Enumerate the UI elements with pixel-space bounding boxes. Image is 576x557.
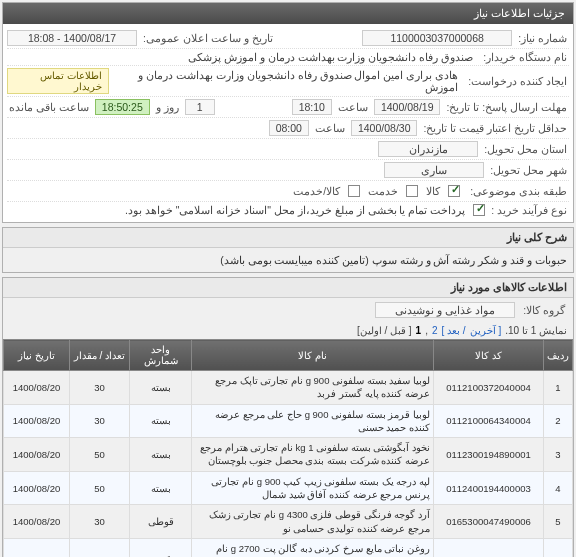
description-panel: شرح کلی نیاز حبوبات و قند و شکر رشته آش … bbox=[2, 227, 574, 273]
info-grid: شماره نیاز: 1100003037000068 تاریخ و ساع… bbox=[3, 24, 573, 222]
announce-label: تاریخ و ساعت اعلان عمومی: bbox=[141, 32, 275, 44]
checkbox-service[interactable] bbox=[406, 185, 418, 197]
cell-idx: 4 bbox=[544, 471, 573, 505]
cat-mixed-label: کالا/خدمت bbox=[291, 185, 342, 197]
pager: نمایش 1 تا 10. [ آخرین / بعد ] 2 , 1 [ ق… bbox=[3, 322, 573, 339]
table-row[interactable]: 20112100064340004لوبیا قرمز بسته سلفونی … bbox=[4, 404, 573, 438]
buyer-label: نام دستگاه خریدار: bbox=[481, 51, 569, 63]
cell-code: 0164200275300178 bbox=[434, 538, 544, 557]
cell-unit: گالن bbox=[130, 538, 192, 557]
province-value: مازندران bbox=[378, 141, 478, 157]
deadline-time: 18:10 bbox=[292, 99, 332, 115]
col-code: کد کالا bbox=[434, 340, 544, 371]
pager-page-1: 1 bbox=[416, 325, 422, 336]
remain-time: 18:50:25 bbox=[95, 99, 150, 115]
province-label: استان محل تحویل: bbox=[482, 143, 569, 155]
checkbox-mixed[interactable] bbox=[348, 185, 360, 197]
panel-title: جزئیات اطلاعات نیاز bbox=[3, 3, 573, 24]
min-valid-time: 08:00 bbox=[269, 120, 309, 136]
items-header: اطلاعات کالاهای مورد نیاز bbox=[3, 278, 573, 298]
checkbox-goods[interactable] bbox=[448, 185, 460, 197]
cell-unit: بسته bbox=[130, 404, 192, 438]
cell-qty: 30 bbox=[70, 371, 130, 405]
requester-label: ایجاد کننده درخواست: bbox=[466, 75, 569, 87]
cell-code: 0112300194890001 bbox=[434, 438, 544, 472]
cell-unit: قوطی bbox=[130, 505, 192, 539]
pager-first-prev: [ قبل / اولین] bbox=[357, 325, 412, 336]
cell-date: 1400/08/20 bbox=[4, 404, 70, 438]
description-header: شرح کلی نیاز bbox=[3, 228, 573, 248]
pager-last[interactable]: [ آخرین bbox=[470, 325, 502, 336]
cell-qty: 30 bbox=[70, 404, 130, 438]
category-label: طبقه بندی موضوعی: bbox=[468, 185, 569, 197]
cell-name: روغن نباتی مایع سرخ کردنی دبه گالن پت g … bbox=[192, 538, 434, 557]
cell-name: نخود آبگوشتی بسته سلفونی kg 1 نام تجارتی… bbox=[192, 438, 434, 472]
cell-idx: 5 bbox=[544, 505, 573, 539]
items-table: ردیف کد کالا نام کالا واحد شمارش تعداد /… bbox=[3, 339, 573, 557]
table-row[interactable]: 40112400194400003لپه درجه یک بسته سلفونی… bbox=[4, 471, 573, 505]
group-value: مواد غذایی و نوشیدنی bbox=[375, 302, 515, 318]
cell-qty: 30 bbox=[70, 538, 130, 557]
category-options: کالا خدمت کالا/خدمت bbox=[287, 183, 464, 199]
table-row[interactable]: 50165300047490006آرد گوجه فرنگی قوطی فلز… bbox=[4, 505, 573, 539]
col-unit: واحد شمارش bbox=[130, 340, 192, 371]
description-text: حبوبات و قند و شکر رشته آش و رشته سوپ (ت… bbox=[3, 248, 573, 272]
cell-unit: بسته bbox=[130, 438, 192, 472]
deadline-label: مهلت ارسال پاسخ: تا تاریخ: bbox=[444, 101, 569, 113]
pager-next[interactable]: / بعد ] bbox=[442, 325, 466, 336]
contact-note[interactable]: اطلاعات تماس خریدار bbox=[7, 68, 109, 94]
cell-date: 1400/08/20 bbox=[4, 438, 70, 472]
remain-days: 1 bbox=[185, 99, 215, 115]
time-label-2: ساعت bbox=[313, 122, 347, 134]
col-idx: ردیف bbox=[544, 340, 573, 371]
cell-code: 0112100064340004 bbox=[434, 404, 544, 438]
requester-value: هادی براری امین اموال صندوق رفاه دانشجوی… bbox=[117, 69, 463, 93]
buyer-value: صندوق رفاه دانشجویان وزارت بهداشت درمان … bbox=[184, 51, 477, 63]
time-label-1: ساعت bbox=[336, 101, 370, 113]
cell-qty: 50 bbox=[70, 471, 130, 505]
city-label: شهر محل تحویل: bbox=[488, 164, 569, 176]
col-date: تاریخ نیاز bbox=[4, 340, 70, 371]
cell-idx: 3 bbox=[544, 438, 573, 472]
table-row[interactable]: 60164200275300178روغن نباتی مایع سرخ کرد… bbox=[4, 538, 573, 557]
cell-idx: 6 bbox=[544, 538, 573, 557]
cell-idx: 2 bbox=[544, 404, 573, 438]
cell-code: 0112400194400003 bbox=[434, 471, 544, 505]
cell-unit: بسته bbox=[130, 371, 192, 405]
remain-text: ساعت باقی مانده bbox=[7, 101, 91, 113]
pager-text: نمایش 1 تا 10. bbox=[505, 325, 567, 336]
pager-page-2[interactable]: 2 bbox=[432, 325, 438, 336]
announce-value: 1400/08/17 - 18:08 bbox=[7, 30, 137, 46]
cell-code: 0112100372040004 bbox=[434, 371, 544, 405]
cell-name: لوبیا سفید بسته سلفونی g 900 نام تجارتی … bbox=[192, 371, 434, 405]
cell-date: 1400/08/20 bbox=[4, 471, 70, 505]
cell-qty: 30 bbox=[70, 505, 130, 539]
city-value: ساری bbox=[384, 162, 484, 178]
table-row[interactable]: 10112100372040004لوبیا سفید بسته سلفونی … bbox=[4, 371, 573, 405]
cat-service-label: خدمت bbox=[366, 185, 400, 197]
cell-date: 1400/08/20 bbox=[4, 371, 70, 405]
min-valid-label: حداقل تاریخ اعتبار قیمت تا تاریخ: bbox=[421, 122, 569, 134]
cell-date: 1400/08/20 bbox=[4, 505, 70, 539]
buy-type-note: پرداخت تمام یا بخشی از مبلغ خرید،از محل … bbox=[121, 204, 469, 216]
cell-qty: 50 bbox=[70, 438, 130, 472]
cell-code: 0165300047490006 bbox=[434, 505, 544, 539]
cell-name: لپه درجه یک بسته سلفونی زیپ کیپ g 900 نا… bbox=[192, 471, 434, 505]
min-valid-date: 1400/08/30 bbox=[351, 120, 418, 136]
need-number-value: 1100003037000068 bbox=[362, 30, 512, 46]
checkbox-buy-type[interactable] bbox=[473, 204, 485, 216]
col-qty: تعداد / مقدار bbox=[70, 340, 130, 371]
cell-name: لوبیا قرمز بسته سلفونی g 900 حاج علی مرج… bbox=[192, 404, 434, 438]
cell-date: 1400/08/20 bbox=[4, 538, 70, 557]
buy-type-label: نوع فرآیند خرید : bbox=[489, 204, 569, 216]
cell-idx: 1 bbox=[544, 371, 573, 405]
cat-goods-label: کالا bbox=[424, 185, 442, 197]
need-details-panel: جزئیات اطلاعات نیاز شماره نیاز: 11000030… bbox=[2, 2, 574, 223]
cell-name: آرد گوجه فرنگی قوطی فلزی g 4300 نام تجار… bbox=[192, 505, 434, 539]
group-label: گروه کالا: bbox=[521, 304, 567, 316]
col-name: نام کالا bbox=[192, 340, 434, 371]
items-panel: اطلاعات کالاهای مورد نیاز گروه کالا: موا… bbox=[2, 277, 574, 557]
table-row[interactable]: 30112300194890001نخود آبگوشتی بسته سلفون… bbox=[4, 438, 573, 472]
deadline-date: 1400/08/19 bbox=[374, 99, 441, 115]
need-number-label: شماره نیاز: bbox=[516, 32, 569, 44]
